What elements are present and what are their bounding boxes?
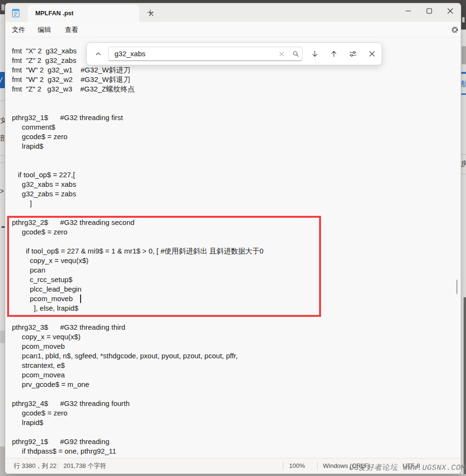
tab-title: MPLFAN .pst — [35, 5, 73, 22]
code-line[interactable]: pthrg32_1$ #G32 threading first — [12, 113, 461, 122]
settings-button[interactable] — [448, 23, 461, 36]
find-panel: g32_xabs — [86, 42, 382, 65]
cursor-position: 行 3380，列 22 — [14, 458, 57, 474]
background-window-edge — [464, 297, 466, 476]
minimize-button[interactable] — [398, 3, 419, 18]
search-input[interactable]: g32_xabs — [108, 47, 302, 61]
background-mark — [1, 4, 4, 10]
background-bottom-strip — [0, 474, 466, 476]
code-line[interactable] — [12, 427, 461, 437]
code-line[interactable]: pcan1, pbld, n$, sgfeed, *sthdgcode, pxo… — [12, 351, 461, 361]
new-tab-button[interactable] — [145, 7, 156, 18]
status-divider — [58, 462, 58, 470]
clear-search-button[interactable] — [277, 49, 286, 59]
code-line[interactable]: gcode$ = zero — [12, 227, 461, 237]
code-line[interactable]: pcan — [12, 265, 461, 275]
code-line[interactable]: g32_zabs = zabs — [12, 189, 461, 199]
code-line[interactable]: if thdpass$ = one, pthrg92_11 — [12, 446, 461, 456]
code-line[interactable]: ], else, lrapid$ — [12, 304, 461, 313]
close-icon — [369, 51, 375, 57]
background-accent-line — [461, 72, 466, 74]
code-line[interactable]: lrapid$ — [12, 142, 461, 151]
menu-view[interactable]: 查看 — [62, 24, 81, 35]
maximize-button[interactable] — [419, 3, 440, 18]
window-close-button[interactable] — [440, 3, 461, 18]
collapse-find-button[interactable] — [91, 46, 106, 61]
background-scrollbar-fragment — [462, 46, 466, 64]
code-line[interactable]: fmt "W" 2 g32_w2 #G32_W斜退刀 — [12, 75, 461, 84]
background-text-fragment: 房 — [461, 154, 466, 174]
background-mark — [462, 17, 465, 22]
search-submit-button[interactable] — [291, 49, 300, 59]
code-line[interactable]: pthrg92_1$ #G92 threading — [12, 437, 461, 446]
chevron-up-icon — [95, 51, 102, 57]
background-mark — [1, 226, 5, 228]
code-line[interactable]: gcode$ = zero — [12, 408, 461, 418]
notepad-app-icon — [11, 8, 21, 18]
search-icon — [292, 51, 299, 57]
search-query-text: g32_xabs — [114, 47, 145, 61]
code-line[interactable]: pcom_moveb — [12, 342, 461, 351]
screen: { "app": { "tab_title": "MPLFAN .pst" },… — [0, 0, 466, 476]
menu-bar: 文件 编辑 查看 — [5, 22, 461, 37]
code-line[interactable]: lrapid$ — [12, 418, 461, 427]
zoom-level[interactable]: 100% — [289, 458, 305, 474]
vertical-scrollbar-thumb[interactable] — [456, 280, 457, 294]
arrow-up-icon — [330, 50, 338, 58]
status-divider — [283, 462, 283, 470]
code-line[interactable]: gcode$ = zero — [12, 132, 461, 142]
close-find-button[interactable] — [364, 46, 380, 61]
forum-watermark: UG爱好者论坛 WWW.UGSNX.COM — [348, 463, 466, 473]
title-bar[interactable]: MPLFAN .pst — [5, 3, 461, 22]
code-line[interactable]: pthrg32_4$ #G32 threading fourth — [12, 399, 461, 408]
arrow-down-icon — [311, 50, 319, 58]
code-line[interactable]: copy_x = vequ(x$) — [12, 256, 461, 265]
gear-icon — [451, 26, 459, 34]
menu-edit[interactable]: 编辑 — [35, 24, 54, 35]
code-line[interactable]: pcom_moveb — [12, 294, 461, 304]
character-count: 201,738 个字符 — [63, 458, 106, 474]
code-line[interactable]: prv_gcode$ = m_one — [12, 380, 461, 389]
code-line[interactable] — [12, 208, 461, 218]
code-line[interactable]: plcc_lead_begin — [12, 284, 461, 294]
code-line[interactable]: strcantext, e$ — [12, 361, 461, 370]
code-line[interactable]: if tool_op$ = 227 & mi9$ = 1 & mr1$ > 0,… — [12, 246, 461, 256]
filter-options-icon — [349, 50, 357, 58]
document-tab[interactable]: MPLFAN .pst — [28, 5, 139, 22]
notepad-window: MPLFAN .pst 文件 编辑 查看 fmt — [5, 3, 461, 474]
background-scrollbar-fragment — [0, 331, 5, 343]
code-line[interactable] — [12, 161, 461, 170]
text-caret — [80, 294, 81, 303]
code-line[interactable] — [12, 237, 461, 246]
code-line[interactable]: comment$ — [12, 122, 461, 132]
code-line[interactable] — [12, 94, 461, 103]
code-line[interactable] — [12, 313, 461, 323]
code-line[interactable]: pthrg32_3$ #G32 threading third — [12, 323, 461, 332]
code-line[interactable]: c_rcc_setup$ — [12, 275, 461, 284]
editor-area[interactable]: fmt "X" 2 g32_xabsfmt "Z" 2 g32_zabsfmt … — [5, 37, 461, 458]
background-accent-line — [461, 93, 466, 95]
code-line[interactable] — [12, 103, 461, 113]
code-line[interactable]: pcom_movea — [12, 370, 461, 380]
background-text-fragment: 航 — [461, 76, 466, 92]
code-line[interactable]: fmt "W" 2 g32_w1 #G32_W斜进刀 — [12, 65, 461, 75]
code-line[interactable]: copy_x = vequ(x$) — [12, 332, 461, 342]
code-line[interactable] — [12, 389, 461, 399]
code-line[interactable] — [12, 151, 461, 161]
code-line[interactable]: pthrg32_2$ #G32 threading second — [12, 218, 461, 227]
find-options-button[interactable] — [345, 46, 361, 61]
status-divider — [317, 462, 318, 470]
menu-file[interactable]: 文件 — [9, 24, 28, 35]
find-previous-button[interactable] — [326, 46, 342, 61]
editor-lines: fmt "X" 2 g32_xabsfmt "Z" 2 g32_zabsfmt … — [12, 46, 461, 456]
code-line[interactable]: if tool_op$ = 227,[ — [12, 170, 461, 180]
code-line[interactable]: ] — [12, 199, 461, 208]
find-next-button[interactable] — [307, 46, 322, 61]
code-line[interactable]: fmt "Z" 2 g32_w3 #G32_Z螺纹终点 — [12, 84, 461, 94]
close-icon — [279, 51, 284, 57]
code-line[interactable]: g32_xabs = xabs — [12, 180, 461, 189]
